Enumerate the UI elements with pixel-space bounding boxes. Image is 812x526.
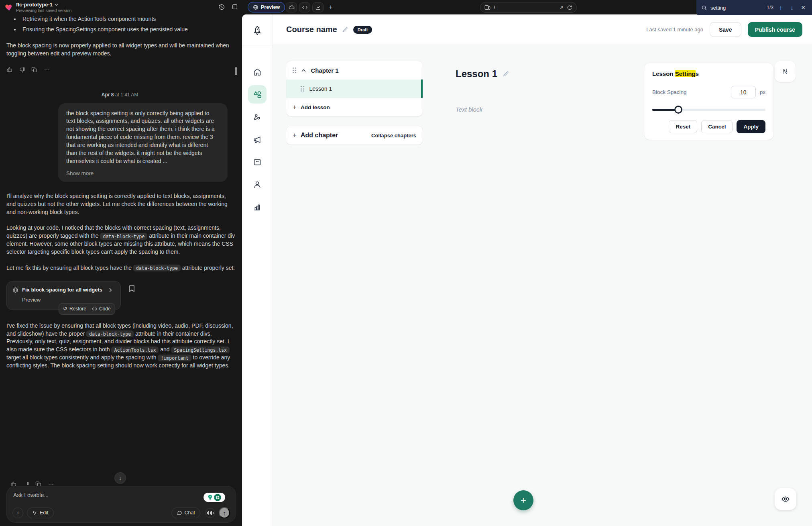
sliders-icon (781, 68, 789, 75)
save-button[interactable]: Save (710, 22, 741, 37)
rocket-logo-icon[interactable] (252, 25, 263, 36)
device-toggle-icon[interactable] (484, 5, 490, 10)
lesson-title: Lesson 1 (309, 86, 332, 92)
rail-divider (242, 45, 273, 45)
copy-icon[interactable] (31, 67, 38, 73)
code-button[interactable]: Code (92, 305, 111, 312)
scroll-to-bottom-button[interactable]: ↓ (114, 472, 126, 484)
chat-input[interactable] (13, 492, 146, 502)
sidebar-item-inbox[interactable] (253, 158, 262, 167)
chapter-header[interactable]: Chapter 1 (286, 61, 423, 80)
preview-eye-button[interactable] (775, 488, 796, 510)
find-previous-icon[interactable]: ↑ (777, 4, 785, 11)
lightbulb-icon (208, 494, 213, 500)
block-spacing-slider-thumb[interactable] (674, 106, 682, 114)
chat-mode-button[interactable]: Chat (171, 508, 200, 518)
cancel-button[interactable]: Cancel (701, 120, 733, 133)
search-icon (701, 5, 707, 11)
select-cursor-icon (32, 510, 37, 516)
restore-button[interactable]: ↺Restore (63, 305, 86, 312)
more-options-icon[interactable] (48, 481, 54, 486)
drag-handle-icon[interactable] (293, 67, 296, 73)
globe-icon (253, 4, 258, 10)
chapter-title: Chapter 1 (311, 67, 339, 74)
voice-input-button[interactable] (205, 508, 215, 518)
code-view-button[interactable] (299, 2, 310, 12)
sidebar-item-profile[interactable] (253, 180, 262, 189)
add-block-fab[interactable]: + (513, 490, 533, 510)
thumbs-up-icon[interactable] (10, 481, 17, 486)
url-bar[interactable]: / ↗ (480, 2, 577, 13)
canvas-lesson-heading: Lesson 1 (456, 68, 509, 80)
chevron-down-icon (55, 4, 58, 6)
canvas-lesson-title: Lesson 1 (456, 68, 497, 80)
status-badge: Draft (353, 26, 372, 34)
thumbs-down-icon[interactable] (19, 67, 25, 73)
show-more-link[interactable]: Show more (66, 169, 220, 177)
project-status: Previewing last saved version (16, 8, 71, 13)
drag-handle-icon[interactable] (301, 86, 304, 92)
history-icon[interactable] (218, 4, 225, 10)
analytics-button[interactable] (312, 2, 324, 12)
thumbs-down-icon[interactable] (23, 481, 29, 486)
add-chapter-card: + Add chapter Collapse chapters (286, 126, 423, 145)
add-lesson-button[interactable]: + Add lesson (286, 98, 423, 116)
bookmark-icon[interactable] (129, 285, 135, 292)
app-sidebar-rail (242, 14, 273, 526)
chat-scrollbar[interactable] (235, 67, 237, 75)
sidebar-item-content-active[interactable] (248, 85, 267, 104)
new-tab-button[interactable]: + (326, 2, 336, 12)
reset-button[interactable]: Reset (669, 120, 697, 133)
clipped-message-actions (10, 481, 54, 486)
sidebar-item-announcements[interactable] (253, 135, 262, 145)
url-path[interactable]: / (494, 5, 556, 10)
add-chapter-button[interactable]: Add chapter (301, 132, 338, 139)
chat-panel: Retrieving it when the ActionTools compo… (0, 14, 242, 526)
apply-button[interactable]: Apply (737, 120, 765, 133)
attach-button[interactable]: + (12, 508, 23, 518)
app-preview-frame: Course name Draft Last saved 1 minute ag… (242, 14, 812, 526)
layout-panel-icon[interactable] (232, 4, 238, 10)
empty-text-block[interactable]: Text block (456, 106, 482, 113)
inline-code: ActionTools.tsx (111, 347, 159, 353)
grammarly-widget[interactable]: G (204, 493, 225, 502)
app-header: Course name Draft Last saved 1 minute ag… (273, 14, 812, 45)
publish-course-button[interactable]: Publish course (748, 22, 802, 37)
timestamp: Apr 8 at 1:41 AM (6, 92, 233, 98)
more-options-icon[interactable] (44, 67, 50, 73)
send-button[interactable]: ↑ (219, 507, 230, 518)
collapse-chapters-button[interactable]: Collapse chapters (371, 133, 416, 139)
edit-mode-button[interactable]: Edit (27, 508, 54, 518)
sidebar-item-community[interactable] (253, 113, 262, 122)
preview-button[interactable]: Preview (248, 2, 285, 12)
code-icon (92, 307, 97, 311)
block-spacing-input[interactable] (731, 86, 756, 98)
project-name: flc-prototype-1 (16, 2, 53, 8)
lesson-row-selected[interactable]: Lesson 1 (286, 80, 423, 98)
lovable-logo-icon[interactable] (5, 3, 14, 12)
sidebar-item-analytics[interactable] (253, 203, 262, 212)
sidebar-item-home[interactable] (253, 67, 262, 76)
find-next-icon[interactable]: ↓ (788, 4, 796, 11)
bullet-item: Ensuring the SpacingSettings component u… (20, 26, 236, 34)
chat-input-card[interactable]: G + Edit Chat ↑ (6, 486, 236, 523)
thumbs-up-icon[interactable] (6, 67, 13, 73)
open-external-icon[interactable]: ↗ (560, 5, 564, 10)
edit-pencil-icon[interactable] (503, 71, 509, 77)
chapter-card: Chapter 1 Lesson 1 + Add lesson (286, 61, 423, 116)
globe-icon (12, 287, 18, 293)
find-query[interactable]: setting (710, 5, 763, 11)
edit-pencil-icon[interactable] (342, 27, 348, 33)
chevron-up-icon[interactable] (301, 69, 306, 72)
find-close-icon[interactable]: ✕ (799, 4, 807, 11)
assistant-bullet-list: Retrieving it when the ActionTools compo… (6, 15, 236, 34)
block-spacing-slider[interactable] (652, 106, 765, 114)
settings-toggle-button[interactable] (775, 61, 796, 82)
find-in-page-bar[interactable]: setting 1/3 ↑ ↓ ✕ (696, 0, 812, 15)
project-menu[interactable]: flc-prototype-1 Previewing last saved ve… (16, 2, 71, 13)
unit-label: px (760, 89, 765, 95)
refresh-icon[interactable] (567, 5, 572, 10)
chevron-right-icon (109, 288, 112, 292)
cloud-button[interactable] (286, 2, 297, 12)
copy-icon[interactable] (35, 481, 42, 486)
